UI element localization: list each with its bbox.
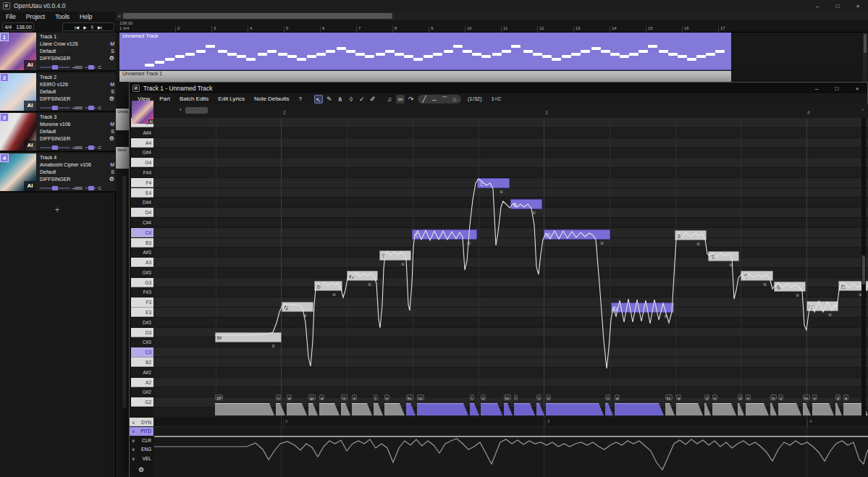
expression-dyn[interactable]: ∨DYN bbox=[130, 418, 153, 426]
piano-key-Ds4[interactable]: D#4 bbox=[131, 198, 153, 207]
phoneme-block[interactable] bbox=[615, 403, 664, 415]
show-notes-toggle-icon[interactable]: ♫ bbox=[385, 95, 394, 104]
pan-slider-thumb[interactable] bbox=[88, 145, 94, 150]
track-row[interactable]: 3AITrack 3Monone v106MDefaultSDIFFSINGER… bbox=[0, 113, 116, 152]
note-grid[interactable]: br≋な≋が≋れ≋て≋く≋と≋き≋の≋な≋か≋で≋で≋も≋け≋だ≋SPnagxa… bbox=[153, 118, 868, 417]
seek-start-button[interactable]: |◀ bbox=[75, 25, 79, 30]
piano-key-Gs2[interactable]: G#2 bbox=[131, 387, 153, 397]
arrangement-ruler[interactable]: 138.00 1 4/4 234567891011121314151617 bbox=[116, 20, 868, 33]
piano-key-Ds3[interactable]: D#3 bbox=[131, 318, 153, 327]
vibrato-mark-icon[interactable]: ≋ bbox=[828, 312, 832, 317]
piano-key-G3[interactable]: G3 bbox=[131, 278, 153, 287]
mute-button[interactable]: M bbox=[110, 121, 114, 128]
volume-slider[interactable] bbox=[40, 147, 70, 148]
vibrato-mark-icon[interactable]: ≋ bbox=[664, 313, 667, 318]
phoneme-label[interactable]: rx bbox=[341, 394, 347, 400]
pr-menu-edit-lyrics[interactable]: Edit Lyrics bbox=[218, 96, 245, 102]
vscrollbar-thumb[interactable] bbox=[862, 256, 865, 284]
phoneme-label[interactable]: SP bbox=[215, 394, 223, 400]
menu-project[interactable]: Project bbox=[26, 13, 45, 20]
close-button[interactable]: × bbox=[848, 0, 868, 12]
mute-button[interactable]: M bbox=[110, 81, 114, 88]
track-settings-gear-icon[interactable]: ⚙ bbox=[109, 55, 114, 62]
pen-tool-icon[interactable]: ✎ bbox=[325, 95, 334, 104]
phoneme-label[interactable]: a bbox=[615, 394, 620, 400]
piano-key-Gs4[interactable]: G#4 bbox=[131, 148, 153, 157]
volume-slider[interactable] bbox=[40, 107, 70, 109]
volume-slider-thumb[interactable] bbox=[52, 65, 58, 69]
part-unnamed-track-1[interactable]: Unnamed Track 1 bbox=[119, 71, 731, 82]
note-F4[interactable]: と bbox=[477, 178, 510, 188]
volume-slider-thumb[interactable] bbox=[52, 145, 58, 150]
chevron-down-icon[interactable]: ∨ bbox=[132, 447, 135, 452]
menu-tools[interactable]: Tools bbox=[55, 13, 69, 20]
tempo-value[interactable]: 138.00 bbox=[16, 25, 31, 30]
volume-slider-thumb[interactable] bbox=[52, 106, 58, 110]
phoneme-label[interactable]: n bbox=[536, 394, 542, 400]
note-C4[interactable]: の bbox=[544, 229, 610, 240]
solo-button[interactable]: S bbox=[111, 169, 114, 176]
piano-key-As3[interactable]: A#3 bbox=[131, 248, 153, 257]
tempo-signature-box[interactable]: 4/4 138.00 bbox=[2, 22, 34, 31]
lyric-search-box[interactable] bbox=[185, 107, 208, 114]
add-track-button[interactable]: + bbox=[51, 205, 64, 215]
snap-division-setting[interactable]: (1/32) bbox=[468, 96, 482, 102]
phoneme-label[interactable]: kx bbox=[504, 394, 511, 400]
play-button[interactable]: ▶ bbox=[83, 25, 87, 30]
strip-scrollbar[interactable] bbox=[122, 176, 127, 408]
track-row[interactable]: 4AITrack 4Amaboshi Cipher v106MDefaultSD… bbox=[0, 153, 116, 193]
hscrollbar-thumb[interactable] bbox=[123, 13, 392, 19]
piano-key-Gs3[interactable]: G#3 bbox=[131, 268, 153, 277]
vibrato-mark-icon[interactable]: ≋ bbox=[368, 282, 371, 287]
note-F3[interactable]: け bbox=[806, 301, 838, 311]
note-Ds4[interactable]: き bbox=[510, 199, 542, 209]
knife-tool-icon[interactable]: ✐ bbox=[368, 95, 377, 104]
phoneme-label[interactable]: m bbox=[770, 394, 777, 400]
maximize-button[interactable]: □ bbox=[827, 83, 847, 94]
pan-slider-thumb[interactable] bbox=[88, 186, 94, 190]
ruler-tempo-label[interactable]: 138.00 bbox=[119, 21, 132, 25]
minimize-button[interactable]: – bbox=[806, 83, 827, 94]
phoneme-label[interactable]: i bbox=[514, 394, 518, 400]
chevron-down-icon[interactable]: ∨ bbox=[132, 420, 135, 425]
vibrato-mark-icon[interactable]: ≋ bbox=[600, 240, 604, 245]
vibrato-arc-tool-icon[interactable]: ⌒ bbox=[440, 95, 449, 104]
piano-key-D3[interactable]: D3 bbox=[131, 328, 153, 337]
phoneme-collapse-arrow-icon[interactable]: ∨ bbox=[857, 405, 861, 410]
piano-key-F3[interactable]: F3 bbox=[131, 297, 153, 307]
expression-vel[interactable]: ∨VEL bbox=[130, 454, 153, 463]
note-F3[interactable]: な bbox=[282, 302, 313, 312]
pan-slider[interactable] bbox=[85, 147, 96, 148]
phoneme-label[interactable]: d bbox=[835, 394, 840, 400]
chevron-down-icon[interactable]: ∨ bbox=[132, 456, 135, 461]
phoneme-label[interactable]: kx bbox=[803, 394, 810, 400]
arrangement-hscrollbar[interactable]: < bbox=[116, 12, 868, 20]
vibrato-mark-icon[interactable]: ≋ bbox=[271, 343, 275, 348]
phoneme-label[interactable]: e bbox=[384, 394, 389, 400]
note-G3[interactable]: も bbox=[774, 282, 806, 292]
piano-key-Cs3[interactable]: C#3 bbox=[131, 337, 153, 347]
note-F3[interactable]: な bbox=[611, 303, 674, 313]
eraser-tool-icon[interactable]: ◊ bbox=[347, 95, 355, 104]
piano-key-Fs4[interactable]: F#4 bbox=[131, 168, 153, 177]
phoneme-label[interactable]: a bbox=[287, 394, 292, 400]
singer-avatar[interactable]: AI bbox=[132, 101, 153, 124]
arrangement-part-area[interactable]: Unnamed Track Unnamed Track 1 bbox=[116, 33, 868, 82]
main-window-titlebar[interactable]: ⊘ OpenUtau v0.0.4.0 –□× bbox=[0, 0, 868, 12]
piano-key-G2[interactable]: G2 bbox=[131, 397, 153, 407]
phoneme-label[interactable]: d bbox=[704, 394, 709, 400]
pan-slider[interactable] bbox=[85, 187, 96, 189]
pan-slider-thumb[interactable] bbox=[88, 65, 94, 69]
vibrato-mark-icon[interactable]: ≋ bbox=[532, 210, 536, 215]
phoneme-label[interactable]: o bbox=[778, 394, 783, 400]
piano-key-As4[interactable]: A#4 bbox=[131, 128, 153, 138]
expression-pitd[interactable]: ∨PITD bbox=[130, 427, 153, 436]
piano-key-A4[interactable]: A4 bbox=[131, 138, 153, 148]
vibrato-mark-icon[interactable]: ≋ bbox=[696, 241, 700, 246]
vibrato-mark-icon[interactable]: ≋ bbox=[796, 292, 799, 297]
phoneme-label[interactable]: kx bbox=[665, 394, 673, 400]
vibrato-mark-icon[interactable]: ≋ bbox=[401, 261, 405, 266]
piano-key-B2[interactable]: B2 bbox=[131, 358, 153, 367]
expression-panel[interactable]: 234 bbox=[153, 417, 868, 477]
minimize-button[interactable]: – bbox=[807, 0, 827, 12]
